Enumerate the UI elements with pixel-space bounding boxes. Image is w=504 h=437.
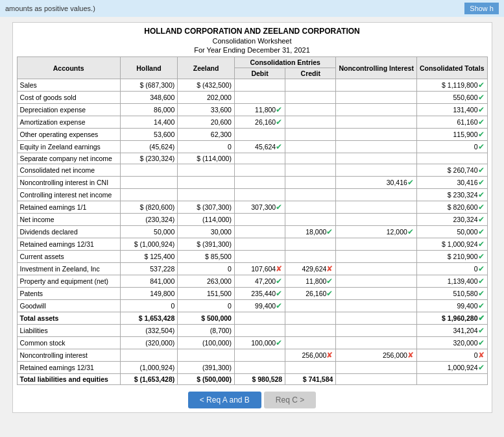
holland-col: 14,400: [120, 116, 177, 129]
check-icon: ✔: [478, 277, 485, 286]
accounts-col: Depreciation expense: [17, 104, 120, 116]
holland-col: (45,624): [120, 141, 177, 153]
credit-col: [285, 104, 336, 116]
show-button[interactable]: Show h: [464, 3, 499, 14]
check-icon: ✔: [276, 301, 282, 310]
check-icon: ✔: [478, 301, 485, 310]
check-icon: ✔: [478, 105, 485, 114]
debit-col: [234, 153, 285, 164]
debit-col: [234, 92, 285, 104]
total-col: $ 260,740✔: [416, 164, 487, 177]
table-row: Equity in Zeeland earnings(45,624)045,62…: [17, 141, 487, 153]
debit-col: [234, 164, 285, 177]
debit-col: [234, 189, 285, 201]
check-icon: ✔: [478, 81, 485, 90]
nci-col: [336, 288, 417, 300]
accounts-col: Total assets: [17, 312, 120, 325]
holland-col: 50,000: [120, 226, 177, 238]
table-row: Consolidated net income$ 260,740✔: [17, 164, 487, 177]
credit-col: [285, 177, 336, 189]
total-col: $ 1,960,280✔: [416, 312, 487, 325]
total-col: $ 820,600✔: [416, 201, 487, 214]
zeeland-col: 20,600: [178, 116, 235, 129]
req-c-button[interactable]: Req C >: [264, 392, 316, 408]
zeeland-col: 0: [178, 300, 235, 312]
holland-col: [120, 177, 177, 189]
total-col: 61,160✔: [416, 116, 487, 129]
accounts-col: Amortization expense: [17, 116, 120, 129]
credit-col: [285, 116, 336, 129]
credit-col: [285, 325, 336, 337]
holland-col: [120, 349, 177, 362]
holland-col: 841,000: [120, 275, 177, 288]
nci-col: [336, 189, 417, 201]
credit-col: [285, 238, 336, 251]
worksheet-subtitle: Consolidation Worksheet: [17, 37, 488, 45]
total-col: 550,600✔: [416, 92, 487, 104]
credit-col: [285, 300, 336, 312]
nci-col: [336, 116, 417, 129]
total-col: $ 210,900✔: [416, 251, 487, 263]
check-icon: ✔: [478, 203, 485, 212]
req-ab-button[interactable]: < Req A and B: [188, 392, 261, 408]
holland-col: [120, 189, 177, 201]
nci-col: [336, 164, 417, 177]
accounts-col: Cost of goods sold: [17, 92, 120, 104]
table-row: Dividends declared50,00030,00018,000✔12,…: [17, 226, 487, 238]
zeeland-col: 202,000: [178, 92, 235, 104]
nci-col: [336, 141, 417, 153]
accounts-col: Controlling interest net income: [17, 189, 120, 201]
check-icon: ✔: [276, 203, 282, 212]
header-debit: Debit: [234, 68, 285, 79]
worksheet-title-line1: HOLLAND CORPORATION AND ZEELAND CORPORAT…: [17, 27, 488, 36]
nci-col: [336, 275, 417, 288]
total-col: $ 1,119,800✔: [416, 79, 487, 92]
credit-col: [285, 129, 336, 141]
check-icon: ✔: [478, 142, 485, 151]
header-accounts: Accounts: [17, 57, 120, 79]
zeeland-col: (100,000): [178, 337, 235, 349]
table-row: Separate company net income$ (230,324)$ …: [17, 153, 487, 164]
nci-col: 12,000✔: [336, 226, 417, 238]
credit-col: 18,000✔: [285, 226, 336, 238]
nci-col: [336, 263, 417, 275]
check-icon: ✔: [478, 178, 485, 187]
accounts-col: Equity in Zeeland earnings: [17, 141, 120, 153]
accounts-col: Other operating expenses: [17, 129, 120, 141]
zeeland-col: (391,300): [178, 362, 235, 374]
debit-col: $ 980,528: [234, 374, 285, 385]
zeeland-col: [178, 349, 235, 362]
holland-col: [120, 164, 177, 177]
table-row: Retained earnings 12/31(1,000,924)(391,3…: [17, 362, 487, 374]
check-icon: ✔: [478, 166, 485, 175]
credit-col: [285, 189, 336, 201]
credit-col: [285, 214, 336, 226]
check-icon: ✔: [326, 227, 333, 236]
check-icon: ✔: [478, 264, 485, 273]
holland-col: $ (1,653,428): [120, 374, 177, 385]
nci-col: [336, 374, 417, 385]
nci-col: [336, 362, 417, 374]
total-col: 1,139,400✔: [416, 275, 487, 288]
debit-col: 100,000✔: [234, 337, 285, 349]
table-row: Retained earnings 12/31$ (1,000,924)$ (3…: [17, 238, 487, 251]
total-col: $ 1,000,924✔: [416, 238, 487, 251]
table-row: Investment in Zeeland, Inc537,2280107,60…: [17, 263, 487, 275]
credit-col: [285, 201, 336, 214]
nci-col: [336, 153, 417, 164]
accounts-col: Retained earnings 12/31: [17, 362, 120, 374]
total-col: 0✔: [416, 263, 487, 275]
debit-col: 45,624✔: [234, 141, 285, 153]
check-icon: ✔: [478, 93, 485, 102]
nci-col: [336, 312, 417, 325]
credit-col: [285, 153, 336, 164]
zeeland-col: $ (307,300): [178, 201, 235, 214]
debit-col: 26,160✔: [234, 116, 285, 129]
accounts-col: Consolidated net income: [17, 164, 120, 177]
top-bar: amounts as positive values.) Show h: [0, 0, 504, 17]
holland-col: (1,000,924): [120, 362, 177, 374]
check-icon: ✔: [276, 289, 282, 298]
debit-col: [234, 251, 285, 263]
nci-col: [336, 300, 417, 312]
debit-col: 47,200✔: [234, 275, 285, 288]
